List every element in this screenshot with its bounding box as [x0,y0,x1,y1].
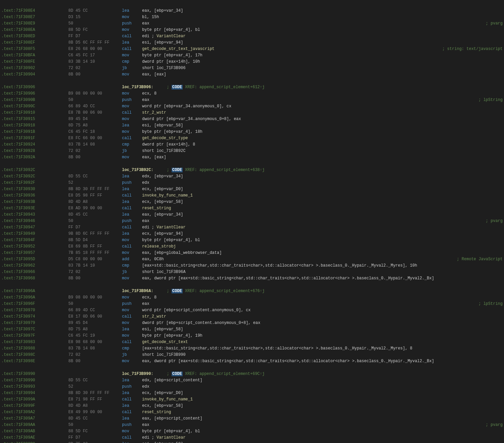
disasm-line: .text:71F3092C8D 55 CCleaedx, [ebp+var_3… [0,173,504,180]
address: .text:71F30994 [1,390,68,396]
comment: ; Remote JavaScript [457,256,503,263]
disasm-line: .text:71F3090C66 89 4D CCmovword ptr [eb… [0,103,504,110]
bytes: E8 49 99 00 00 [68,409,122,416]
operands: byte ptr [ebp+var_4], 19h [142,333,503,339]
disasm-line: .text:71F308EF8B D5 6C FF FF FFleaesi, [… [0,40,504,46]
mnemonic: mov [122,52,142,59]
label-name: loc_71F3B96A: [122,288,153,294]
bytes: E8 AD 99 00 00 [68,205,122,212]
operands: eax, [ebp+script_content] [142,416,503,422]
mnemonic: lea [122,173,142,180]
operands: get_decode_str_type [142,135,503,142]
operands: short loc_71F3B92C [142,148,503,154]
disasm-line: .text:71F3097C8D 75 A8leaesi, [ebp+var_5… [0,326,504,333]
mnemonic: call [122,243,142,250]
address: .text:71F30918 [1,122,68,129]
bytes: E8 17 0D 06 00 [68,314,122,320]
disasm-line: .text:71F30983E8 98 68 00 00callget_deco… [0,339,504,345]
address: .text:71F3092C [1,167,68,173]
address: .text:71F30902 [1,65,68,71]
address: .text:71F30928 [1,148,68,154]
bytes: FF D7 [68,33,122,40]
operands: [eax+std::basic_string<char,std::char_tr… [142,345,503,352]
disasm-line: .text:71F3096283 7B 14 10cmp[eax+std::ba… [0,263,504,269]
address: .text:71F30BFA [1,52,68,59]
operands: get_decode_str_text [142,339,503,345]
disasm-line: .text:71F308F5E8 26 68 00 00callget_deco… [0,46,504,52]
operands: invoke_by_func_name_1 [142,396,503,403]
mnemonic: call [122,224,142,231]
disasm-line: .text:71F3097FC6 45 FC 19movbyte ptr [eb… [0,333,504,339]
bytes: 89 45 D4 [68,116,122,122]
disasm-line: .text:71F30906B9 08 00 00 00movecx, 8 [0,91,504,97]
bytes: C6 45 FC 18 [68,129,122,135]
mnemonic: push [122,180,142,186]
disasm-line: .text:71F309188D 75 A8leaesi, [ebp+var_5… [0,122,504,129]
operands: esi, [ebp+var_58] [142,326,503,333]
disasm-line: .text:71F309A2E8 49 99 00 00callreset_st… [0,409,504,416]
address: .text:71F30949 [1,231,68,237]
disasm-line: .text:71F309A78D 45 CCleaeax, [ebp+scrip… [0,416,504,422]
operands: dword ptr [ebp+var_34.anonymous_0+8], ea… [142,116,503,122]
address: .text:71F30930 [1,186,68,192]
bytes: B9 08 00 00 00 [68,294,122,301]
address: .text:71F3098E [1,358,68,365]
bytes: 8D 45 CC [68,212,122,218]
bytes: 8B 00 [68,71,122,78]
empty-line [0,161,504,167]
bytes: 8D 55 CC [68,377,122,384]
mnemonic: lea [122,8,142,14]
mnemonic: call [122,435,142,441]
disasm-line: .text:71F3092872 02jbshort loc_71F3B92C [0,148,504,154]
function-name: reset_string [142,410,171,414]
operands: str_2_wstr [142,110,503,116]
comment: ; lpString [479,301,503,307]
mnemonic: push [122,384,142,390]
disasm-line: .text:71F309499B 8D 6C FF FF FFleaecx, [… [0,231,504,237]
disasm-line: .text:71F309048B 00moveax, [eax] [0,71,504,78]
operands: bl, 15h [142,14,503,20]
address: .text:71F3094F [1,237,68,243]
mnemonic: push [122,20,142,27]
mnemonic: mov [122,14,142,20]
bytes: 83 7B 14 08 [68,142,122,148]
operands: eax [142,20,483,27]
comment: ; pvarg [486,20,503,27]
bytes: 83 3B 14 10 [68,59,122,65]
disasm-line: .text:71F309B08D 75 A8leaesi, [ebp+var_5… [0,441,504,443]
address: .text:71F3099F [1,403,68,409]
label-line: .text:71F3096Aloc_71F3B96A:; CODE XREF: … [0,288,504,294]
address: .text:71F30970 [1,307,68,314]
mnemonic: jb [122,352,142,358]
bytes: 72 02 [68,148,122,154]
address: .text:71F30947 [1,224,68,231]
disasm-line: .text:71F30936E8 D5 98 FF FFcallinvoke_b… [0,192,504,199]
mnemonic: call [122,205,142,212]
disasm-line: .text:71F3098883 7B 14 08cmp[eax+std::ba… [0,345,504,352]
code-highlight: CODE [172,289,183,293]
disasm-line: .text:71F309948B 8D 30 FF FF FFleaecx, [… [0,390,504,396]
address: .text:71F3093B [1,199,68,205]
mnemonic: cmp [122,59,142,65]
disasm-line: .text:71F3090272 02jbshort loc_71F3B906 [0,65,504,71]
label-name: loc_71F3B92C: [122,167,153,173]
mnemonic: mov [122,129,142,135]
bytes: 72 02 [68,352,122,358]
bytes: 8D 4D A8 [68,403,122,409]
address: .text:71F30906 [1,91,68,97]
function-name: str_2_wstr [142,314,166,319]
disasm-line: .text:71F308E7D3 15movbl, 15h [0,14,504,20]
bytes: E8 D5 98 FF FF [68,192,122,199]
code-highlight: CODE [172,168,183,172]
operands: short loc_71F3B990 [142,352,503,358]
operands: esi, [ebp+var_58] [142,441,503,443]
address: .text:71F308E4 [1,8,68,14]
code-highlight: CODE [172,85,183,90]
mnemonic: cmp [122,345,142,352]
address: .text:71F3096A [1,288,68,294]
bytes: 50 [68,301,122,307]
operands: edx [142,180,503,186]
address: .text:71F308EA [1,27,68,33]
operands: eax, dword ptr [eax+std::basic_string<ch… [142,275,503,282]
bytes: 83 7B 14 08 [68,345,122,352]
